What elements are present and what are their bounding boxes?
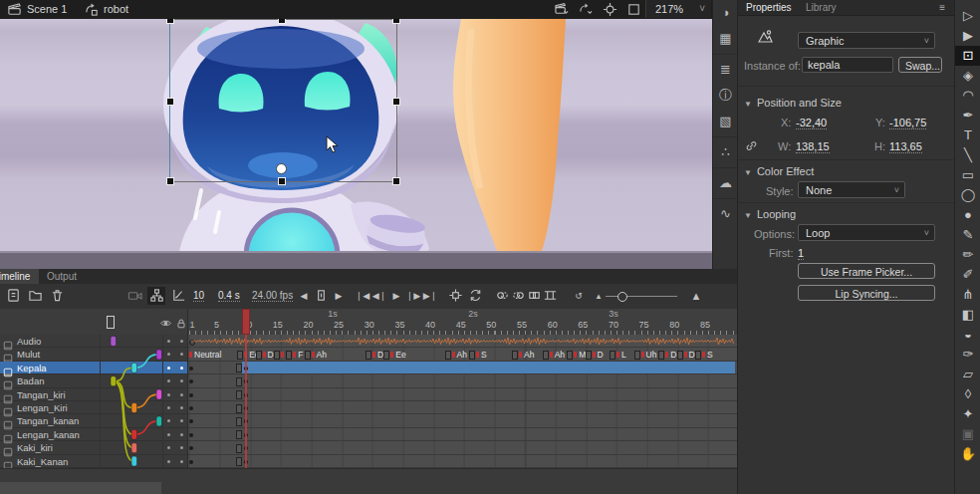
lip-syncing-button[interactable]: Lip Syncing... [798, 285, 935, 301]
symbol-menu-icon[interactable] [579, 2, 594, 17]
frame-row-badan[interactable] [187, 374, 737, 387]
swatches-panel[interactable]: ▦ [713, 26, 738, 52]
instance-name-field[interactable] [802, 57, 893, 73]
swap-button[interactable]: Swap... [898, 57, 942, 73]
layer-visibility-dot[interactable] [167, 406, 170, 409]
layer-visibility-dot[interactable] [167, 460, 170, 463]
frame-row-kepala[interactable] [187, 362, 737, 374]
panel-menu-icon[interactable]: ≡ [933, 1, 951, 14]
layer-visibility-dot[interactable] [167, 340, 170, 343]
new-folder-button[interactable] [26, 287, 44, 305]
info-panel[interactable]: ⓘ [713, 83, 738, 109]
selection-handle[interactable] [278, 19, 286, 24]
frame-row-lengan_kanan[interactable] [187, 428, 737, 441]
symbol-type-select[interactable]: Graphic˅ [798, 32, 935, 49]
asset-warp-tool[interactable]: ◈ [955, 66, 980, 86]
use-frame-picker-button[interactable]: Use Frame Picker... [798, 263, 935, 279]
layer-lock-dot[interactable] [180, 446, 183, 449]
selection-handle[interactable] [392, 177, 400, 185]
transformation-point[interactable] [276, 163, 287, 174]
pencil-tool[interactable]: ✎ [955, 225, 980, 245]
first-frame-value[interactable]: 1 [798, 247, 804, 260]
layer-lock-dot[interactable] [180, 379, 183, 382]
polystar-tool[interactable]: ● [955, 205, 980, 225]
line-tool[interactable]: ╲ [955, 145, 980, 165]
selection-handle[interactable] [392, 19, 400, 24]
tab-timeline[interactable]: Timeline [0, 269, 39, 284]
selection-handle[interactable] [166, 98, 174, 106]
asset-pin-tool[interactable]: ✦ [955, 404, 980, 424]
y-value[interactable]: -106,75 [889, 117, 926, 129]
frame-row-mulut[interactable]: NeutralEeDEFAhDEeAhSAhAhMDLUhDDS [187, 348, 737, 361]
selection-tool[interactable]: ▷ [955, 6, 980, 26]
eraser-tool[interactable]: ▱ [955, 365, 980, 384]
section-position-size[interactable]: ▼Position and Size [744, 97, 842, 109]
layer-lock-dot[interactable] [180, 433, 183, 436]
layer-visibility-dot[interactable] [167, 419, 170, 422]
symbol-breadcrumb[interactable]: robot [104, 3, 128, 15]
eyedropper-tool[interactable]: ✑ [955, 345, 980, 365]
frame-row-kaki_kanan[interactable] [187, 455, 737, 468]
camera-tool[interactable]: ▣ [955, 424, 980, 444]
zoom-level-select[interactable]: 217% ˅ [645, 0, 711, 18]
previous-keyframe-button[interactable]: ◀ [295, 287, 313, 305]
selection-handle[interactable] [166, 177, 174, 185]
center-frame-button[interactable] [446, 287, 464, 305]
section-looping[interactable]: ▼Looping [744, 208, 796, 220]
tab-properties[interactable]: Properties [740, 1, 798, 14]
frames-area[interactable]: NeutralEeDEFAhDEeAhSAhAhMDLUhDDS [187, 335, 737, 468]
go-to-last-frame-button[interactable]: ▶❘ [421, 287, 439, 305]
clip-content-icon[interactable] [626, 2, 641, 17]
frame-row-kaki_kiri[interactable] [187, 441, 737, 454]
brush-library-panel[interactable]: ∴ [713, 139, 738, 165]
link-width-height-icon[interactable] [744, 138, 759, 153]
new-layer-button[interactable] [4, 287, 22, 305]
frame-row-tangan_kanan[interactable] [187, 414, 737, 427]
color-style-select[interactable]: None˅ [798, 181, 905, 198]
layer-visibility-dot[interactable] [167, 367, 170, 370]
edit-symbols-icon[interactable] [84, 2, 99, 17]
rectangle-tool[interactable]: ▭ [955, 165, 980, 185]
playhead[interactable] [242, 309, 250, 335]
h-value[interactable]: 113,65 [889, 140, 922, 153]
oval-tool[interactable]: ◯ [955, 185, 980, 205]
layer-lock-dot[interactable] [180, 460, 183, 463]
ink-bottle-tool[interactable]: ◒ [955, 325, 980, 345]
layer-visibility-dot[interactable] [167, 433, 170, 436]
tab-output[interactable]: Output [38, 269, 86, 284]
layer-lock-dot[interactable] [180, 367, 183, 370]
layer-visibility-dot[interactable] [167, 379, 170, 382]
zoom-in-timeline-button[interactable]: ▲ [687, 287, 705, 305]
layer-visibility-dot[interactable] [167, 353, 170, 356]
tab-library[interactable]: Library [800, 1, 843, 14]
step-forward-one-frame-button[interactable]: ❘▶ [404, 287, 422, 305]
step-back-one-frame-button[interactable]: ◀❘ [370, 287, 388, 305]
section-color-effect[interactable]: ▼Color Effect [744, 165, 814, 177]
fluid-brush-tool[interactable]: ✏ [955, 245, 980, 265]
transform-panel[interactable]: ▧ [713, 109, 738, 134]
clapperboard-icon[interactable] [7, 2, 22, 17]
frame-row-tangan_kiri[interactable] [187, 388, 737, 401]
layer-visibility-dot[interactable] [167, 393, 170, 396]
subselection-tool[interactable]: ▶ [955, 26, 980, 46]
motion-editor-panel[interactable]: ∿ [713, 201, 738, 227]
bone-tool[interactable]: ⋔ [955, 285, 980, 305]
play-button[interactable]: ▶ [387, 287, 405, 305]
classic-brush-tool[interactable]: ✐ [955, 265, 980, 285]
timeline-zoom-slider-knob[interactable] [617, 292, 627, 302]
pen-tool[interactable]: ✒ [955, 106, 980, 125]
modify-markers-button[interactable] [541, 287, 559, 305]
selection-handle[interactable] [278, 177, 286, 185]
elapsed-time-info[interactable]: 0.4 s [218, 290, 240, 302]
lock-column-icon[interactable] [175, 316, 187, 329]
free-transform-tool[interactable]: ⊡ [955, 46, 980, 66]
next-keyframe-button[interactable]: ▶ [330, 287, 348, 305]
selected-frame-span[interactable] [242, 362, 735, 373]
w-value[interactable]: 138,15 [796, 140, 830, 153]
align-panel[interactable]: ≣ [713, 57, 738, 83]
delete-layer-button[interactable] [48, 287, 66, 305]
frame-row-audio[interactable] [187, 335, 737, 348]
camera-icon[interactable] [125, 287, 143, 305]
scene-menu-icon[interactable] [555, 2, 570, 17]
looping-options-select[interactable]: Loop˅ [798, 224, 935, 241]
